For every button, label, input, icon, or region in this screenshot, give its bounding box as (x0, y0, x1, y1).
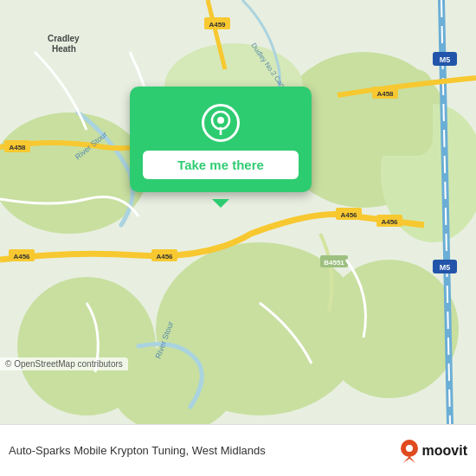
location-pin-icon (202, 104, 240, 142)
svg-text:Heath: Heath (52, 44, 76, 54)
moovit-pin-icon (400, 439, 419, 463)
svg-text:Cradley: Cradley (48, 34, 80, 43)
svg-text:A456: A456 (340, 211, 357, 219)
svg-point-36 (217, 117, 224, 124)
svg-text:A456: A456 (156, 253, 173, 261)
copyright-notice: © OpenStreetMap contributors (0, 357, 128, 370)
svg-text:B4551: B4551 (324, 259, 344, 267)
take-me-there-button[interactable]: Take me there (143, 151, 299, 179)
svg-text:M5: M5 (440, 55, 451, 64)
svg-point-38 (406, 445, 413, 452)
bottom-bar: Auto-Sparks Mobile Krypton Tuning, West … (0, 424, 476, 476)
tooltip-card: Take me there (130, 87, 312, 192)
map-container: M5 M5 A458 A458 A459 A456 A456 A456 A456… (0, 0, 476, 424)
svg-text:A456: A456 (381, 218, 398, 226)
moovit-brand-text: moovit (422, 443, 467, 459)
moovit-logo: moovit (400, 439, 467, 463)
svg-text:A459: A459 (209, 21, 226, 29)
svg-text:M5: M5 (440, 263, 451, 272)
svg-text:A458: A458 (9, 144, 26, 151)
svg-point-5 (320, 260, 459, 398)
svg-text:A456: A456 (13, 253, 30, 261)
business-info: Auto-Sparks Mobile Krypton Tuning, West … (9, 444, 400, 457)
svg-text:A458: A458 (376, 90, 394, 98)
